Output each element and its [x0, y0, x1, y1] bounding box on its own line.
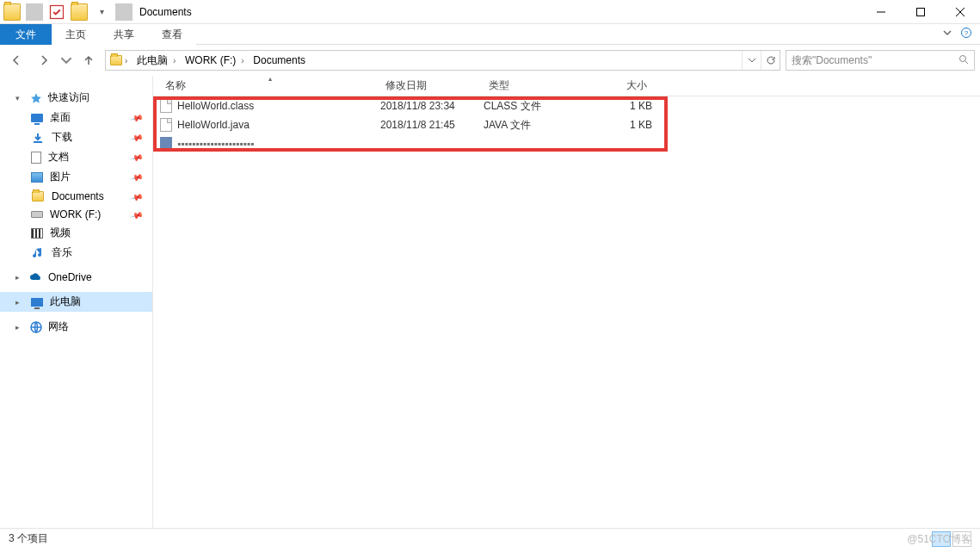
refresh-icon[interactable]	[761, 51, 780, 70]
document-icon	[31, 152, 41, 164]
item-count: 3 个项目	[9, 531, 48, 546]
main-area: ▾ 快速访问 桌面📌 下载📌 文档📌 图片📌 Documents📌 WORK (…	[0, 76, 980, 528]
sidebar-item-desktop[interactable]: 桌面📌	[0, 108, 152, 127]
file-list: 名称▴ 修改日期 类型 大小 HelloWorld.class 2018/11/…	[153, 76, 980, 528]
sidebar-item-pictures[interactable]: 图片📌	[0, 167, 152, 187]
pin-icon: 📌	[130, 131, 144, 145]
recent-dropdown[interactable]	[60, 49, 72, 71]
maximize-button[interactable]	[901, 0, 940, 24]
chevron-right-icon[interactable]: ›	[173, 56, 180, 65]
address-bar[interactable]: › 此电脑 › WORK (F:) › Documents	[105, 50, 780, 71]
navigation-bar: › 此电脑 › WORK (F:) › Documents 搜索"Documen…	[0, 45, 980, 76]
network-header[interactable]: ▸ 网络	[0, 317, 152, 337]
search-icon	[958, 54, 969, 67]
tab-share[interactable]: 共享	[100, 24, 148, 45]
chevron-right-icon[interactable]: ›	[125, 56, 132, 65]
search-placeholder: 搜索"Documents"	[792, 53, 872, 68]
sidebar-item-folder[interactable]: Documents📌	[0, 187, 152, 206]
tab-view[interactable]: 查看	[148, 24, 196, 45]
folder-icon	[31, 189, 45, 203]
video-icon	[31, 228, 43, 239]
folder-icon	[109, 53, 123, 67]
qat-dropdown-icon[interactable]: ▾	[93, 3, 110, 21]
folder-icon[interactable]	[71, 3, 88, 21]
star-icon	[29, 91, 43, 105]
breadcrumb-folder[interactable]: Documents	[250, 51, 309, 70]
chevron-right-icon: ▸	[15, 323, 24, 332]
svg-text:?: ?	[965, 29, 969, 37]
file-tab[interactable]: 文件	[0, 24, 52, 45]
divider	[115, 3, 133, 21]
file-row[interactable]: ▪▪▪▪▪▪▪▪▪▪▪▪▪▪▪▪▪▪▪▪▪	[153, 134, 980, 153]
breadcrumb-thispc[interactable]: 此电脑	[133, 51, 171, 70]
pin-icon: 📌	[130, 189, 144, 203]
chevron-down-icon: ▾	[15, 94, 24, 102]
file-icon	[160, 118, 172, 132]
file-icon	[160, 99, 172, 113]
back-button[interactable]	[5, 49, 28, 71]
onedrive-icon	[29, 270, 43, 284]
breadcrumb-drive[interactable]: WORK (F:)	[182, 51, 239, 70]
quick-access-label: 快速访问	[48, 90, 89, 105]
sidebar-item-drive[interactable]: WORK (F:)📌	[0, 206, 152, 223]
quick-access-toolbar: ▾	[0, 3, 133, 21]
status-bar: 3 个项目	[0, 528, 980, 549]
sidebar-item-music[interactable]: 音乐	[0, 243, 152, 263]
pin-icon: 📌	[130, 111, 144, 125]
chevron-right-icon: ▸	[15, 298, 24, 307]
sort-asc-icon: ▴	[268, 75, 272, 83]
file-row[interactable]: HelloWorld.class 2018/11/8 23:34 CLASS 文…	[153, 96, 980, 115]
tab-home[interactable]: 主页	[52, 24, 100, 45]
pc-icon	[31, 298, 43, 307]
folder-icon	[3, 3, 21, 21]
column-name[interactable]: 名称▴	[160, 78, 380, 93]
music-icon	[31, 246, 45, 260]
pictures-icon	[31, 172, 43, 183]
sidebar-item-downloads[interactable]: 下载📌	[0, 127, 152, 147]
svg-rect-1	[917, 8, 925, 16]
close-button[interactable]	[940, 0, 980, 24]
search-input[interactable]: 搜索"Documents"	[786, 50, 975, 71]
properties-icon[interactable]	[48, 3, 65, 21]
sidebar-item-videos[interactable]: 视频	[0, 223, 152, 243]
thispc-label: 此电脑	[50, 295, 81, 309]
divider	[26, 3, 43, 21]
svg-point-4	[960, 55, 966, 61]
onedrive-header[interactable]: ▸ OneDrive	[0, 268, 152, 287]
chevron-right-icon[interactable]: ›	[241, 56, 248, 65]
chevron-right-icon: ▸	[15, 273, 24, 282]
network-label: 网络	[48, 319, 69, 334]
thispc-header[interactable]: ▸ 此电脑	[0, 292, 152, 312]
pin-icon: 📌	[130, 171, 144, 184]
address-dropdown-icon[interactable]	[742, 51, 761, 70]
navigation-pane: ▾ 快速访问 桌面📌 下载📌 文档📌 图片📌 Documents📌 WORK (…	[0, 76, 153, 528]
watermark: @51CTO博客	[907, 532, 971, 547]
window-title: Documents	[139, 6, 192, 18]
minimize-button[interactable]	[861, 0, 901, 24]
column-headers: 名称▴ 修改日期 类型 大小	[153, 76, 980, 96]
download-icon	[31, 131, 45, 145]
help-icon[interactable]: ?	[961, 28, 971, 40]
onedrive-label: OneDrive	[48, 271, 92, 283]
ribbon: 文件 主页 共享 查看 ?	[0, 24, 980, 45]
network-icon	[29, 320, 43, 334]
forward-button[interactable]	[33, 49, 55, 71]
pin-icon: 📌	[130, 208, 144, 221]
pin-icon: 📌	[130, 151, 144, 164]
desktop-icon	[31, 114, 43, 122]
ribbon-expand-icon[interactable]	[942, 28, 952, 40]
column-date[interactable]: 修改日期	[380, 78, 484, 93]
up-button[interactable]	[77, 49, 100, 71]
column-size[interactable]: 大小	[592, 78, 652, 93]
sidebar-item-documents[interactable]: 文档📌	[0, 147, 152, 167]
column-type[interactable]: 类型	[484, 78, 592, 93]
title-bar: ▾ Documents	[0, 0, 980, 24]
file-row[interactable]: HelloWorld.java 2018/11/8 21:45 JAVA 文件 …	[153, 115, 980, 134]
word-icon	[160, 137, 172, 151]
drive-icon	[31, 211, 43, 218]
quick-access-header[interactable]: ▾ 快速访问	[0, 88, 152, 108]
